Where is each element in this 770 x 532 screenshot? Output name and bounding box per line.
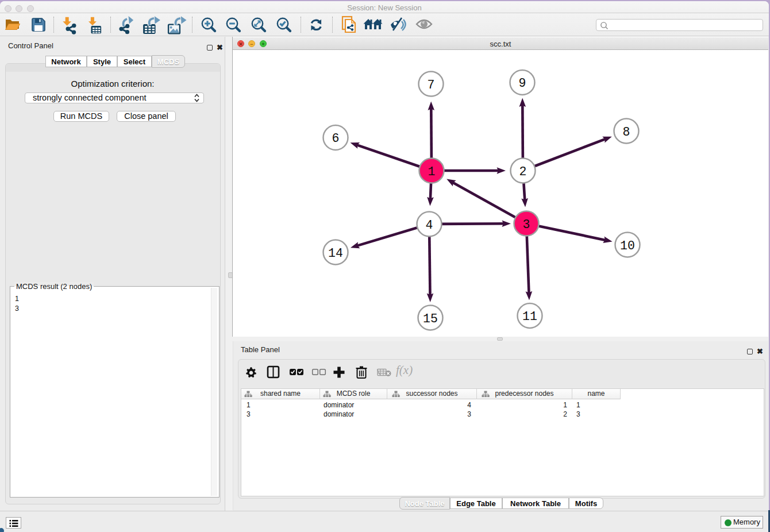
svg-text:14: 14 bbox=[328, 246, 343, 260]
svg-text:7: 7 bbox=[428, 78, 435, 92]
svg-text:6: 6 bbox=[332, 132, 340, 145]
svg-text:11: 11 bbox=[522, 310, 537, 323]
svg-text:15: 15 bbox=[423, 312, 438, 326]
svg-text:1: 1 bbox=[428, 165, 436, 179]
svg-text:2: 2 bbox=[519, 165, 527, 179]
svg-text:4: 4 bbox=[426, 218, 433, 232]
svg-text:8: 8 bbox=[623, 125, 630, 139]
svg-text:10: 10 bbox=[620, 239, 635, 253]
svg-text:3: 3 bbox=[523, 218, 530, 232]
svg-text:9: 9 bbox=[519, 76, 526, 90]
